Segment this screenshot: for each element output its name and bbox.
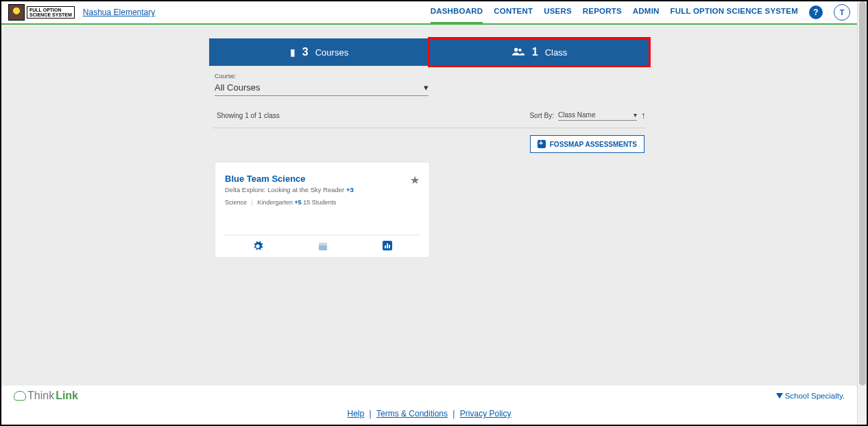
dashboard-tabs: 3 Courses 1 Class [209,38,649,66]
avatar[interactable]: T [834,4,850,21]
page-footer: ThinkLink School Specialty. Help | Terms… [3,386,856,423]
star-icon[interactable]: ★ [410,174,420,187]
classes-label: Class [545,47,568,58]
svg-rect-4 [385,246,386,248]
footer-top: ThinkLink School Specialty. [3,386,856,406]
cloud-icon [14,391,26,401]
logo-text: FULL OPTION SCIENCE SYSTEM [27,6,75,19]
nav-reports[interactable]: REPORTS [583,7,622,18]
classes-count: 1 [532,46,538,58]
sort-select[interactable]: Class Name ▾ [558,110,637,121]
scrollbar-thumb[interactable] [859,1,866,386]
book-icon [290,47,296,58]
calendar-icon[interactable] [317,241,328,252]
course-filter-label: Course: [215,73,649,80]
class-grade-more[interactable]: +5 [294,199,301,206]
class-card[interactable]: ★ Blue Team Science Delta Explore: Looki… [215,163,429,257]
sort-direction-icon[interactable]: ↑ [641,110,646,121]
card-footer [225,235,420,252]
top-bar: FULL OPTION SCIENCE SYSTEM Nashua Elemen… [1,1,857,25]
logo-text-line2: SCIENCE SYSTEM [29,12,72,17]
people-icon [511,47,525,58]
scrollbar[interactable] [857,1,867,425]
clipboard-plus-icon [538,140,546,148]
school-specialty-logo[interactable]: School Specialty. [776,392,845,400]
gear-icon[interactable] [252,241,263,252]
assessments-row: FOSSMAP ASSESSMENTS [213,135,646,153]
school-link[interactable]: Nashua Elementary [83,8,155,17]
sort-value: Class Name [558,111,595,119]
svg-point-0 [514,47,518,51]
footer-help[interactable]: Help [347,409,364,418]
help-icon[interactable]: ? [809,5,823,19]
course-select[interactable]: All Courses ▾ [215,80,429,96]
showing-text: Showing 1 of 1 class [217,112,280,119]
class-meta: Science | Kindergarten +5 15 Students [225,199,420,206]
courses-count: 3 [302,46,309,58]
sortby-label: Sort By: [529,112,554,119]
fossmap-assessments-button[interactable]: FOSSMAP ASSESSMENTS [530,135,644,153]
footer-links: Help | Terms & Conditions | Privacy Poli… [3,406,856,418]
chevron-down-icon: ▾ [424,82,429,93]
nav-dashboard[interactable]: DASHBOARD [431,7,483,18]
logo-text-line1: FULL OPTION [29,8,72,12]
top-nav: DASHBOARD CONTENT USERS REPORTS ADMIN FU… [431,4,850,21]
footer-privacy[interactable]: Privacy Policy [460,409,511,418]
svg-rect-3 [319,243,327,245]
courses-label: Courses [315,47,348,58]
svg-point-1 [518,48,521,51]
nav-foss[interactable]: FULL OPTION SCIENCE SYSTEM [671,7,798,18]
nav-users[interactable]: USERS [544,7,572,18]
tab-classes[interactable]: 1 Class [429,38,649,66]
class-subtitle-more[interactable]: +3 [346,186,354,193]
nav-admin[interactable]: ADMIN [633,7,660,18]
class-subject: Science [225,199,247,206]
course-filter: Course: All Courses ▾ [209,73,649,96]
thinklink-bold: Link [56,390,78,402]
svg-rect-5 [387,244,388,248]
bar-chart-icon[interactable] [383,241,392,250]
footer-terms[interactable]: Terms & Conditions [376,409,448,418]
logo-block: FULL OPTION SCIENCE SYSTEM [8,4,75,21]
class-grade: Kindergarten [257,199,294,206]
course-select-value: All Courses [215,82,260,93]
sort-by: Sort By: Class Name ▾ ↑ [529,110,646,121]
school-specialty-icon [776,393,783,399]
class-title: Blue Team Science [225,174,420,184]
fossmap-label: FOSSMAP ASSESSMENTS [550,141,637,148]
content-area: 3 Courses 1 Class Course: All Courses ▾ … [1,25,857,387]
nav-content[interactable]: CONTENT [494,7,533,18]
class-students: 15 Students [303,199,336,206]
meta-separator: | [252,199,253,206]
tab-courses[interactable]: 3 Courses [209,38,429,66]
svg-rect-6 [389,245,390,248]
chevron-down-icon: ▾ [634,111,637,119]
class-subtitle: Delta Explore: Looking at the Sky Reader… [225,186,420,193]
class-subtitle-text: Delta Explore: Looking at the Sky Reader [225,186,346,193]
results-row: Showing 1 of 1 class Sort By: Class Name… [213,110,646,128]
foss-logo-icon [8,4,25,21]
thinklink-logo[interactable]: ThinkLink [14,390,78,402]
thinklink-thin: Think [27,390,54,402]
school-specialty-text: School Specialty. [785,392,845,400]
